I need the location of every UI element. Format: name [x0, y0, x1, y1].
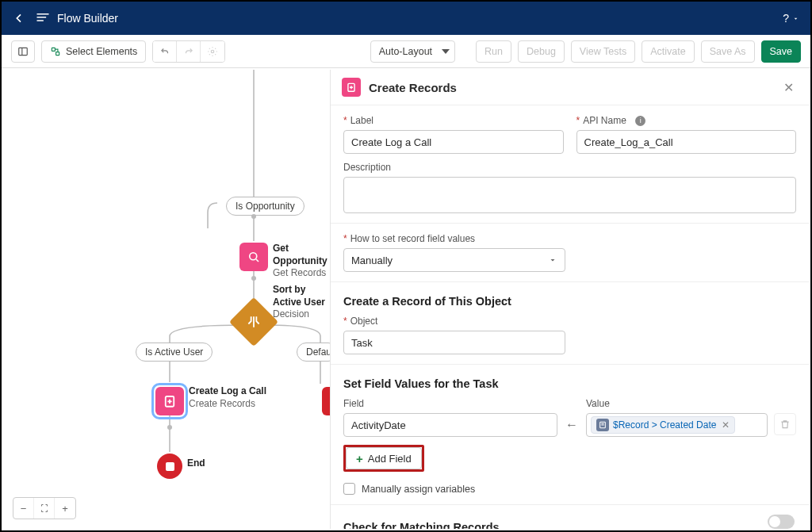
value-input[interactable]: $Record > Created Date ✕	[586, 413, 768, 437]
how-set-dropdown[interactable]: Manually	[343, 248, 565, 272]
manually-assign-label: Manually assign variables	[362, 484, 475, 495]
svg-rect-2	[56, 52, 59, 55]
help-menu[interactable]: ?	[779, 9, 802, 28]
check-matching-toggle[interactable]	[768, 515, 795, 529]
add-field-button[interactable]: + Add Field	[346, 447, 422, 469]
description-label: Description	[343, 162, 796, 173]
toggle-panel-button[interactable]	[11, 40, 35, 63]
close-panel-button[interactable]: ✕	[779, 78, 798, 97]
field-picker-input[interactable]: ActivityDate	[343, 413, 557, 437]
create-records-icon	[342, 78, 361, 97]
activate-button[interactable]: Activate	[642, 40, 694, 63]
remove-chip-button[interactable]: ✕	[722, 419, 730, 431]
zoom-controls: − +	[13, 497, 76, 519]
assignment-arrow-icon: ←	[565, 418, 578, 437]
fit-to-screen-button[interactable]	[34, 498, 55, 519]
api-name-input[interactable]: Create_Log_a_Call	[576, 130, 797, 154]
set-field-values-heading: Set Field Values for the Task	[343, 377, 796, 390]
get-records-title: Get Opportunity	[273, 243, 330, 267]
delete-row-button[interactable]	[774, 413, 796, 435]
page-title: Flow Builder	[57, 12, 118, 25]
end-label: End	[187, 457, 205, 470]
settings-button[interactable]	[201, 41, 224, 62]
create-records-node-subtitle: Create Records	[189, 398, 266, 411]
create-record-heading: Create a Record of This Object	[343, 295, 796, 308]
app-logo-icon	[35, 9, 51, 29]
object-input[interactable]: Task	[343, 331, 565, 354]
svg-rect-1	[52, 48, 55, 51]
back-button[interactable]	[10, 9, 29, 28]
connector-dot	[167, 425, 172, 430]
description-input[interactable]	[343, 177, 796, 213]
decision-subtitle: Decision	[273, 308, 330, 321]
resource-chip[interactable]: $Record > Created Date ✕	[591, 416, 735, 434]
undo-redo-group	[152, 40, 225, 63]
svg-point-3	[212, 50, 215, 53]
zoom-out-button[interactable]: −	[13, 498, 34, 519]
zoom-in-button[interactable]: +	[55, 498, 75, 519]
branch-label-is-active-user[interactable]: Is Active User	[136, 343, 213, 362]
info-icon[interactable]: i	[635, 116, 645, 126]
connector-dot	[251, 214, 256, 219]
element-properties-panel: Create Records ✕ *Label Create Log a Cal…	[330, 70, 809, 529]
object-label: *Object	[343, 316, 796, 327]
manually-assign-checkbox[interactable]	[343, 483, 355, 495]
svg-rect-0	[19, 48, 28, 55]
record-icon	[596, 419, 609, 431]
field-column-label: Field	[343, 398, 557, 409]
get-records-subtitle: Get Records	[273, 267, 330, 280]
select-elements-button[interactable]: Select Elements	[41, 40, 146, 63]
panel-title: Create Records	[369, 81, 457, 94]
label-input[interactable]: Create Log a Call	[343, 130, 564, 154]
create-records-node[interactable]	[155, 387, 184, 415]
end-node[interactable]	[157, 454, 182, 479]
get-records-node[interactable]	[239, 243, 268, 271]
node-offscreen-peek[interactable]	[322, 387, 330, 415]
debug-button[interactable]: Debug	[518, 40, 565, 63]
branch-label-is-opportunity[interactable]: Is Opportunity	[226, 197, 304, 216]
view-tests-button[interactable]: View Tests	[571, 40, 635, 63]
api-name-label: *API Name i	[576, 115, 797, 126]
add-field-highlight: + Add Field	[343, 445, 424, 472]
decision-title: Sort by Active User	[273, 284, 330, 308]
svg-point-4	[250, 253, 257, 260]
how-set-label: *How to set record field values	[343, 233, 796, 244]
connector-dot	[251, 276, 256, 281]
run-button[interactable]: Run	[476, 40, 511, 63]
check-matching-heading: Check for Matching Records	[343, 521, 500, 530]
undo-button[interactable]	[153, 41, 177, 62]
plus-icon: +	[356, 453, 363, 465]
save-button[interactable]: Save	[761, 40, 802, 63]
auto-layout-dropdown[interactable]: Auto-Layout	[370, 40, 455, 63]
flow-canvas[interactable]: Is Opportunity Get Opportunity Get Recor…	[3, 70, 330, 529]
redo-button[interactable]	[177, 41, 201, 62]
value-column-label: Value	[586, 398, 796, 409]
create-records-node-title: Create Log a Call	[189, 385, 266, 398]
chevron-down-icon	[442, 49, 450, 54]
label-field-label: *Label	[343, 115, 564, 126]
branch-label-default-outcome[interactable]: Default Outcome	[297, 343, 330, 362]
save-as-button[interactable]: Save As	[701, 40, 755, 63]
